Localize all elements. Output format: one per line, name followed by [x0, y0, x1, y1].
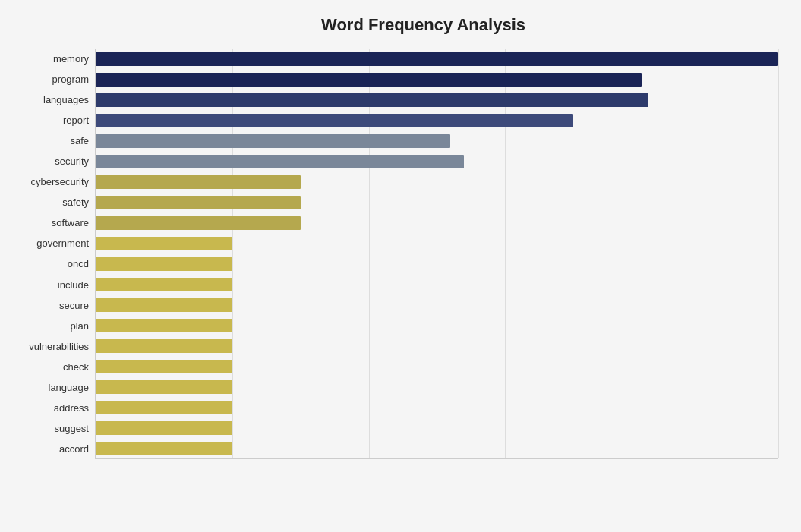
chart-container: Word Frequency Analysis memoryprogramlan… — [0, 0, 801, 532]
bar — [96, 298, 232, 312]
y-label: government — [36, 235, 89, 252]
bar-row — [96, 276, 778, 293]
bar-row — [96, 379, 778, 395]
bar — [96, 93, 648, 107]
y-label: security — [55, 153, 89, 170]
plot-area — [95, 49, 778, 459]
grid-line — [96, 49, 96, 458]
bar — [96, 442, 232, 455]
bar-row — [96, 194, 778, 211]
bar-row — [96, 215, 778, 231]
y-label: address — [54, 399, 89, 416]
bar — [96, 134, 450, 148]
bar-row — [96, 153, 778, 170]
bar-row — [96, 51, 778, 68]
bar-row — [96, 440, 778, 457]
grid-line — [642, 49, 642, 458]
bar-row — [96, 399, 778, 416]
chart-area: memoryprogramlanguagesreportsafesecurity… — [8, 49, 778, 459]
y-label: software — [52, 215, 89, 231]
y-label: vulnerabilities — [29, 338, 89, 354]
bar-row — [96, 235, 778, 252]
y-label: safety — [62, 194, 89, 211]
y-label: accord — [59, 440, 89, 457]
y-label: languages — [43, 92, 89, 109]
bar — [96, 73, 642, 87]
y-axis: memoryprogramlanguagesreportsafesecurity… — [8, 49, 95, 459]
y-label: plan — [70, 317, 89, 334]
bar — [96, 175, 301, 189]
y-label: suggest — [54, 420, 89, 436]
bar — [96, 114, 573, 127]
bar-row — [96, 338, 778, 354]
bar-row — [96, 256, 778, 272]
bar-row — [96, 420, 778, 436]
bar — [96, 278, 232, 291]
bar-row — [96, 297, 778, 313]
chart-title: Word Frequency Analysis — [8, 8, 778, 49]
bar — [96, 196, 301, 209]
bar-row — [96, 174, 778, 190]
bar — [96, 421, 232, 435]
bar — [96, 257, 232, 271]
bar — [96, 319, 232, 332]
y-label: program — [52, 71, 89, 88]
grid-line — [778, 49, 779, 458]
y-label: check — [63, 358, 89, 375]
bar — [96, 380, 232, 394]
y-label: cybersecurity — [30, 174, 89, 190]
y-label: oncd — [68, 256, 89, 272]
bar-row — [96, 92, 778, 109]
y-label: secure — [59, 297, 89, 313]
bar-row — [96, 71, 778, 88]
y-label: safe — [70, 133, 89, 150]
bar-row — [96, 112, 778, 129]
bar — [96, 401, 232, 414]
bar — [96, 216, 301, 230]
y-label: include — [58, 276, 89, 293]
y-label: memory — [53, 51, 89, 68]
bar-row — [96, 317, 778, 334]
y-label: report — [63, 112, 89, 129]
bar — [96, 237, 232, 250]
bar — [96, 155, 464, 168]
grid-line — [369, 49, 370, 458]
grid-line — [232, 49, 233, 458]
bar — [96, 339, 232, 353]
bar-row — [96, 358, 778, 375]
grid-line — [505, 49, 506, 458]
bar-row — [96, 133, 778, 150]
y-label: language — [49, 379, 90, 395]
bar — [96, 360, 232, 373]
bar — [96, 52, 778, 66]
